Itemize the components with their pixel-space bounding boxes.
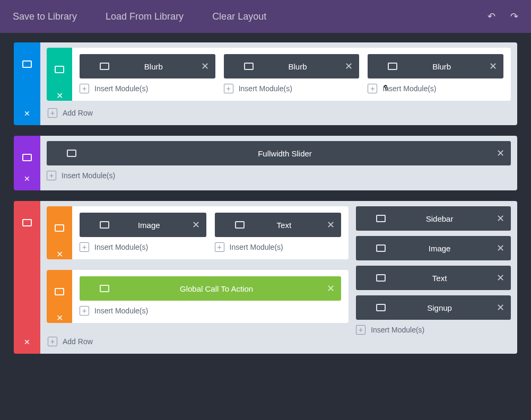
duplicate-icon[interactable]: [100, 63, 109, 70]
duplicate-icon[interactable]: [67, 150, 76, 157]
column: Image✕+Insert Module(s): [80, 213, 206, 252]
section: ✕Fullwidth Slider✕+Insert Module(s): [14, 136, 517, 190]
columns-icon[interactable]: [55, 79, 64, 86]
duplicate-icon[interactable]: [376, 215, 386, 222]
module[interactable]: Image✕: [80, 213, 206, 237]
drag-handle-icon[interactable]: [374, 63, 384, 69]
module[interactable]: Signup✕: [356, 295, 511, 320]
plus-icon: +: [215, 242, 224, 252]
plus-icon: +: [356, 325, 365, 335]
module[interactable]: Text✕: [356, 266, 511, 290]
module[interactable]: Sidebar✕: [356, 206, 511, 231]
duplicate-icon[interactable]: [376, 274, 386, 282]
delete-icon[interactable]: ✕: [56, 91, 63, 101]
load-from-library-button[interactable]: Load From Library: [106, 11, 184, 22]
insert-module-button[interactable]: +Insert Module(s): [80, 84, 215, 93]
delete-module-icon[interactable]: ✕: [497, 214, 504, 223]
drag-handle-icon[interactable]: [86, 222, 95, 228]
columns-icon[interactable]: [55, 238, 64, 245]
module[interactable]: Blurb✕: [224, 54, 360, 78]
duplicate-icon[interactable]: [55, 224, 64, 232]
columns-icon[interactable]: [55, 301, 64, 309]
module-title: Text: [245, 221, 324, 230]
module-title: Signup: [386, 303, 493, 312]
duplicate-icon[interactable]: [376, 304, 386, 311]
module-title: Blurb: [254, 62, 342, 71]
sidebar-column: Sidebar✕Image✕Text✕Signup✕+Insert Module…: [356, 206, 511, 335]
redo-icon[interactable]: ↷: [510, 11, 518, 22]
drag-handle-icon[interactable]: [55, 214, 64, 220]
duplicate-icon[interactable]: [100, 285, 109, 292]
delete-section-icon[interactable]: ✕: [24, 102, 30, 125]
drag-handle-icon[interactable]: [221, 222, 231, 228]
duplicate-icon[interactable]: [55, 66, 64, 73]
add-row-label: Add Row: [63, 109, 93, 117]
insert-module-button[interactable]: +Insert Module(s): [80, 306, 341, 316]
drag-handle-icon[interactable]: [362, 215, 372, 222]
delete-module-icon[interactable]: ✕: [192, 220, 200, 230]
clear-layout-button[interactable]: Clear Layout: [212, 11, 266, 22]
module[interactable]: Image✕: [356, 236, 511, 260]
drag-handle-icon[interactable]: [53, 150, 63, 156]
delete-section-icon[interactable]: ✕: [24, 167, 30, 190]
insert-module-button[interactable]: +Insert Module(s): [47, 171, 511, 180]
drag-handle-icon[interactable]: [86, 285, 95, 292]
drag-handle-icon[interactable]: [362, 275, 372, 281]
insert-module-button[interactable]: +Insert Module(s): [356, 325, 511, 335]
duplicate-icon[interactable]: [22, 60, 32, 68]
column: Blurb✕+Insert Module(s): [80, 54, 215, 93]
delete-module-icon[interactable]: ✕: [497, 303, 504, 312]
drag-handle-icon[interactable]: [55, 277, 64, 284]
duplicate-icon[interactable]: [100, 221, 109, 229]
delete-icon[interactable]: ✕: [56, 249, 63, 259]
insert-module-button[interactable]: +Insert Module(s): [224, 84, 360, 93]
duplicate-icon[interactable]: [235, 221, 245, 229]
duplicate-icon[interactable]: [22, 154, 32, 161]
drag-handle-icon[interactable]: [22, 143, 32, 150]
module[interactable]: Global Call To Action✕: [80, 276, 341, 301]
delete-module-icon[interactable]: ✕: [489, 62, 497, 71]
plus-icon: +: [48, 108, 57, 118]
delete-module-icon[interactable]: ✕: [327, 220, 335, 230]
delete-module-icon[interactable]: ✕: [497, 243, 504, 253]
drag-handle-icon[interactable]: [230, 63, 240, 69]
plus-icon: +: [80, 306, 89, 316]
row: ✕Global Call To Action✕+Insert Module(s): [47, 270, 349, 323]
drag-handle-icon[interactable]: [55, 55, 64, 62]
save-to-library-button[interactable]: Save to Library: [13, 11, 77, 22]
column: Blurb✕+Insert Module(s): [224, 54, 360, 93]
undo-icon[interactable]: ↶: [488, 11, 495, 22]
add-row-button[interactable]: +Add Row: [47, 335, 511, 347]
module[interactable]: Blurb✕: [368, 54, 503, 78]
duplicate-icon[interactable]: [55, 288, 64, 295]
drag-handle-icon[interactable]: [22, 50, 32, 56]
delete-module-icon[interactable]: ✕: [201, 62, 209, 71]
insert-module-button[interactable]: +Insert Module(s): [80, 242, 206, 252]
duplicate-icon[interactable]: [388, 63, 397, 70]
delete-section-icon[interactable]: ✕: [24, 330, 30, 354]
module[interactable]: Fullwidth Slider✕: [47, 141, 511, 165]
drag-handle-icon[interactable]: [362, 304, 372, 311]
plus-icon: +: [80, 84, 89, 93]
add-row-button[interactable]: +Add Row: [47, 106, 511, 119]
drag-handle-icon[interactable]: [22, 208, 32, 215]
delete-module-icon[interactable]: ✕: [497, 273, 504, 283]
delete-module-icon[interactable]: ✕: [345, 62, 353, 71]
duplicate-icon[interactable]: [376, 244, 386, 252]
row: ✕Blurb✕+Insert Module(s)Blurb✕+Insert Mo…: [47, 48, 511, 101]
delete-module-icon[interactable]: ✕: [497, 148, 504, 158]
insert-module-button[interactable]: +Insert Module(s)⇖: [368, 84, 503, 93]
module[interactable]: Text✕: [215, 213, 342, 237]
module-title: Fullwidth Slider: [76, 149, 493, 158]
module[interactable]: Blurb✕: [80, 54, 215, 78]
insert-module-button[interactable]: +Insert Module(s): [215, 242, 342, 252]
duplicate-icon[interactable]: [244, 63, 254, 70]
duplicate-icon[interactable]: [22, 219, 32, 226]
drag-handle-icon[interactable]: [86, 63, 95, 69]
column: Global Call To Action✕+Insert Module(s): [80, 276, 341, 316]
drag-handle-icon[interactable]: [362, 245, 372, 251]
delete-icon[interactable]: ✕: [56, 313, 63, 323]
delete-module-icon[interactable]: ✕: [327, 284, 335, 293]
module-title: Image: [386, 244, 493, 253]
module-title: Global Call To Action: [109, 284, 324, 293]
